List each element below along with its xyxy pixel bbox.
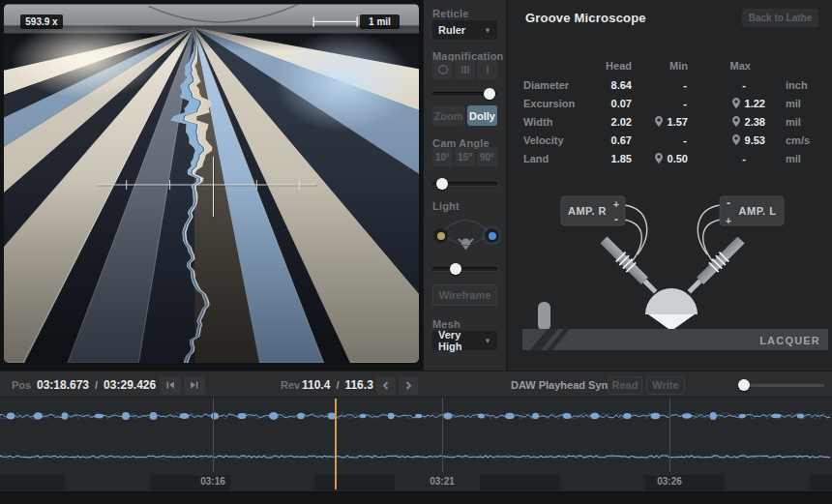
- cam-angle-slider-handle[interactable]: [436, 178, 448, 190]
- amp-l-box: AMP. L - +: [720, 196, 784, 226]
- next-rev-button[interactable]: [399, 376, 418, 395]
- metric-max-value: -: [688, 75, 765, 94]
- light-slider-track[interactable]: [432, 267, 497, 271]
- pin-icon[interactable]: [732, 98, 740, 108]
- metric-label: Excursion: [523, 94, 583, 112]
- mag-mode-grooves-button[interactable]: [455, 60, 475, 79]
- single-groove-icon: [482, 64, 493, 75]
- back-to-lathe-button[interactable]: Back to Lathe: [742, 9, 818, 27]
- metric-head-value: 8.64: [583, 75, 632, 94]
- amp-r-label: AMP. R: [568, 205, 607, 217]
- metric-max-value: 2.38: [688, 112, 765, 131]
- warm-light-knob[interactable]: [433, 228, 448, 243]
- light-section-label: Light: [432, 200, 497, 212]
- pin-icon[interactable]: [732, 116, 740, 127]
- grooves-icon: [460, 64, 471, 75]
- pin-icon[interactable]: [655, 116, 663, 127]
- playhead[interactable]: [335, 399, 337, 489]
- sync-slider-handle[interactable]: [738, 379, 750, 391]
- light-position-widget[interactable]: [432, 215, 497, 257]
- metric-min-value: 1.57: [632, 112, 688, 131]
- chevron-left-icon: [381, 380, 391, 391]
- groove-3d-render[interactable]: [4, 4, 419, 363]
- daw-sync-label: DAW Playhead Sync: [511, 379, 613, 391]
- timeline-time-label: 03:26: [648, 476, 691, 487]
- mag-mode-single-button[interactable]: [477, 60, 497, 79]
- rev-total: 116.3: [344, 378, 372, 392]
- amp-l-label: AMP. L: [739, 205, 777, 217]
- left-channel-coil: [684, 235, 746, 297]
- timeline-segment: [314, 475, 395, 490]
- metric-unit: mil: [765, 149, 816, 167]
- cam-angle-15-button[interactable]: 15°: [455, 147, 475, 166]
- cutter-head-diagram: LACQUER AMP. R + - AMP. L - +: [508, 189, 832, 363]
- sync-slider[interactable]: [741, 379, 824, 391]
- zoom-mode-button[interactable]: Zoom: [432, 105, 464, 126]
- groove-metrics-table: Head Min Max Diameter 8.64 - - inch Excu…: [523, 56, 816, 167]
- metric-min-value: 0.50: [632, 149, 688, 167]
- metric-label: Diameter: [523, 75, 583, 94]
- warm-light-dot: [437, 232, 445, 240]
- groove-microscope-panel: Groove Microscope Back to Lathe Head Min…: [508, 0, 832, 371]
- skip-to-end-button[interactable]: [184, 376, 205, 395]
- reticle-dropdown[interactable]: Ruler ▼: [432, 20, 497, 40]
- chevron-down-icon: ▼: [484, 26, 491, 35]
- amp-l-minus: -: [727, 196, 730, 210]
- rev-current: 110.4: [302, 378, 330, 392]
- magnification-slider[interactable]: [432, 88, 497, 100]
- metric-head-value: 0.07: [583, 94, 632, 112]
- light-slider[interactable]: [432, 263, 497, 275]
- right-channel-coil: [599, 235, 661, 297]
- timeline-gridline: [442, 398, 443, 472]
- stylus-icon: [648, 314, 695, 331]
- metric-min-value: -: [632, 75, 688, 94]
- disc-icon: [437, 64, 449, 75]
- amp-r-minus: -: [614, 213, 618, 226]
- chevron-down-icon: ▼: [484, 337, 491, 345]
- cool-light-glow: [274, 31, 413, 132]
- pin-icon[interactable]: [655, 153, 663, 163]
- lacquer-label: LACQUER: [759, 335, 820, 346]
- metric-label: Land: [523, 149, 583, 167]
- warm-light-glow: [11, 21, 162, 99]
- prev-rev-button[interactable]: [376, 376, 396, 395]
- timeline-gridline: [213, 398, 214, 472]
- rev-label: Rev: [281, 379, 300, 391]
- reticle-section-label: Reticle: [432, 8, 497, 19]
- page-title: Groove Microscope: [525, 11, 646, 25]
- pin-icon[interactable]: [732, 134, 740, 145]
- write-button[interactable]: Write: [646, 376, 685, 395]
- chevron-right-icon: [403, 380, 413, 391]
- read-button[interactable]: Read: [608, 376, 642, 395]
- skip-to-start-button[interactable]: [160, 376, 181, 395]
- light-slider-handle[interactable]: [450, 263, 461, 275]
- dolly-mode-button[interactable]: Dolly: [467, 105, 497, 126]
- cam-angle-90-button[interactable]: 90°: [477, 147, 497, 166]
- viewport-controls: Reticle Ruler ▼ Magnification Zoom Dolly…: [423, 0, 507, 371]
- col-header-min: Min: [632, 56, 688, 75]
- magnification-readout: 593.9 x: [20, 15, 63, 29]
- transport-bar: Pos 03:18.673 / 03:29.426 Rev 110.4 / 11…: [0, 371, 832, 398]
- metric-label: Velocity: [523, 131, 583, 149]
- metric-max-value: 9.53: [688, 131, 765, 149]
- timeline[interactable]: 03:1603:2103:26: [0, 398, 832, 491]
- mesh-details-dropdown[interactable]: Very High ▼: [432, 331, 497, 350]
- sync-slider-track[interactable]: [741, 384, 824, 387]
- pos-current: 03:18.673: [37, 378, 89, 392]
- depth-gauge: [538, 302, 550, 331]
- cam-angle-10-button[interactable]: 10°: [432, 147, 453, 166]
- cool-light-knob[interactable]: [485, 228, 499, 243]
- timeline-time-label: 03:21: [421, 476, 463, 487]
- mag-mode-disc-button[interactable]: [432, 60, 453, 79]
- pos-label: Pos: [12, 379, 31, 391]
- metric-min-value: -: [632, 131, 688, 149]
- mesh-details-value: Very High: [438, 329, 484, 352]
- timeline-segment: [480, 475, 560, 490]
- cam-angle-slider[interactable]: [432, 178, 497, 190]
- wireframe-button[interactable]: Wireframe: [432, 284, 497, 306]
- magnification-slider-handle[interactable]: [484, 88, 495, 100]
- amp-l-plus: +: [726, 216, 731, 226]
- timeline-time-label: 03:16: [192, 476, 234, 487]
- groove-3d-viewport[interactable]: 593.9 x 1 mil: [0, 0, 423, 371]
- metric-unit: cm/s: [765, 131, 816, 149]
